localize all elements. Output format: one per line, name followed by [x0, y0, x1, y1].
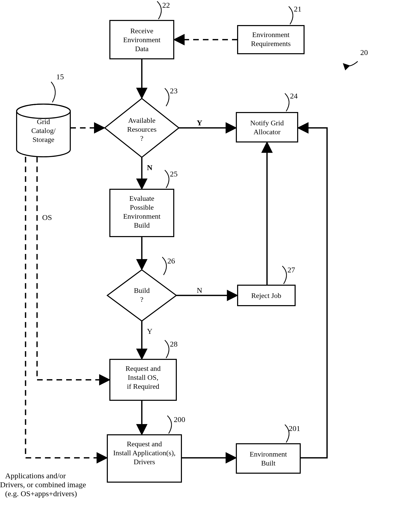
node-environment-requirements: EnvironmentRequirements 21 — [238, 5, 304, 54]
ref-label: 26 — [167, 257, 175, 265]
ref-label: 21 — [294, 5, 301, 13]
ref-label: 28 — [170, 340, 178, 348]
ref-label: 25 — [170, 170, 178, 178]
node-environment-built: EnvironmentBuilt 201 — [236, 424, 300, 473]
ref-label: 23 — [170, 86, 178, 95]
ref-label: 200 — [174, 415, 185, 424]
node-grid-catalog-storage: GridCatalog/Storage 15 — [17, 72, 70, 157]
figure-ref: 20 — [344, 48, 368, 66]
svg-rect-5 — [236, 113, 298, 142]
ref-label: 201 — [289, 424, 300, 433]
node-notify-grid-allocator: Notify GridAllocator 24 — [236, 92, 298, 142]
edge-201-24 — [299, 128, 327, 458]
edge-label-n: N — [147, 163, 153, 172]
node-receive-environment-data: ReceiveEnvironmentData 22 — [110, 1, 174, 59]
node-text: Request andInstall OS,if Required — [125, 364, 161, 390]
node-request-install-apps-drivers: Request andInstall Application(s),Driver… — [107, 415, 185, 482]
node-evaluate-possible-environment-build: EvaluatePossibleEnvironmentBuild 25 — [110, 170, 178, 237]
edge-label-y: Y — [197, 118, 202, 127]
node-text: Reject Job — [251, 292, 281, 300]
edge-label-y: Y — [147, 327, 153, 335]
edge-label-apps: Applications and/orDrivers, or combined … — [0, 471, 86, 498]
ref-label: 15 — [56, 72, 64, 81]
edge-label-n: N — [197, 286, 202, 294]
svg-rect-11 — [236, 444, 300, 473]
ref-label: 22 — [162, 1, 170, 9]
ref-label: 27 — [287, 265, 295, 274]
ref-label: 20 — [360, 48, 368, 57]
ref-label: 24 — [290, 92, 298, 100]
node-request-install-os: Request andInstall OS,if Required 28 — [110, 340, 178, 400]
edge-label-os: OS — [42, 213, 52, 221]
